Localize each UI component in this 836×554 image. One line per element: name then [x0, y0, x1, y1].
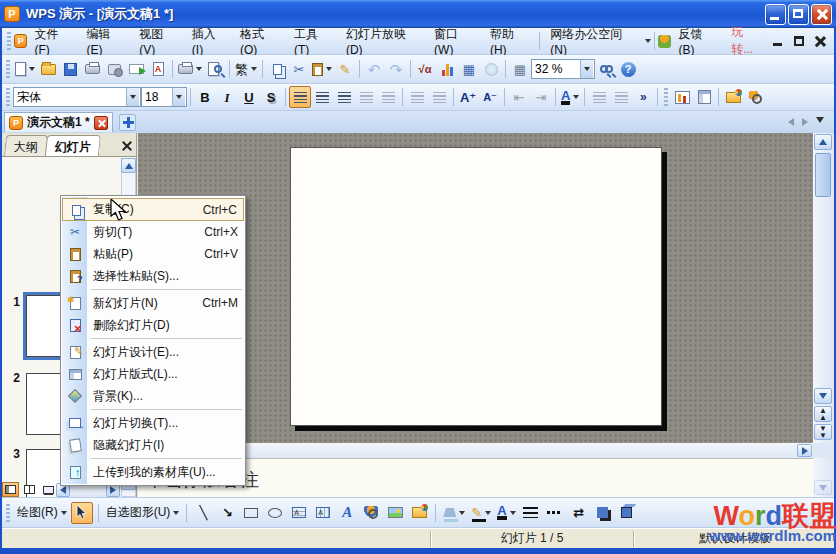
chart-button[interactable]	[436, 58, 458, 80]
line-color-button[interactable]: ✎	[469, 502, 493, 524]
menu-file[interactable]: 文件(F)	[27, 23, 79, 60]
export-pdf-button[interactable]: A	[147, 58, 169, 80]
menu-tools[interactable]: 工具(T)	[287, 23, 339, 60]
material-library-button[interactable]	[722, 86, 744, 108]
zoom-combo[interactable]	[531, 59, 595, 79]
tab-list-button[interactable]	[816, 117, 824, 127]
increase-indent-button[interactable]: ⇥	[530, 86, 552, 108]
toolbar-grip[interactable]	[664, 88, 668, 106]
align-center-button[interactable]	[311, 86, 333, 108]
underline-button[interactable]: U	[238, 86, 260, 108]
menu-item-copy[interactable]: 复制(C) Ctrl+C	[62, 198, 244, 221]
font-color-button[interactable]: A	[559, 86, 581, 108]
menu-item-paste-special[interactable]: ? 选择性粘贴(S)...	[62, 265, 244, 287]
menu-item-slide-transition[interactable]: → 幻灯片切换(T)...	[62, 412, 244, 434]
bullet-list-button[interactable]	[428, 86, 450, 108]
tab-close-button[interactable]	[94, 116, 108, 130]
table-button[interactable]: ▦	[458, 58, 480, 80]
font-size-dropdown[interactable]	[172, 88, 185, 106]
find-button[interactable]	[595, 58, 617, 80]
insert-clipart-button[interactable]	[408, 502, 430, 524]
vertical-textbox-button[interactable]: A	[312, 502, 334, 524]
main-scroll-right-button[interactable]	[797, 444, 812, 457]
slide-layout-task-button[interactable]	[693, 86, 715, 108]
menu-format[interactable]: 格式(O)	[233, 23, 287, 60]
cut-button[interactable]: ✂	[288, 58, 310, 80]
formula-button[interactable]: √α	[414, 58, 436, 80]
format-painter-button[interactable]: ✎	[334, 58, 356, 80]
promote-button[interactable]	[588, 86, 610, 108]
menu-item-hide-slide[interactable]: 隐藏幻灯片(I)	[62, 434, 244, 456]
font-size-combo[interactable]	[141, 87, 187, 107]
zoom-dropdown[interactable]	[580, 60, 593, 78]
doc-restore-button[interactable]	[792, 35, 807, 48]
redo-button[interactable]: ↷	[385, 58, 407, 80]
zoom-input[interactable]	[532, 61, 580, 77]
print-button[interactable]	[176, 58, 204, 80]
panel-close-button[interactable]	[121, 140, 133, 152]
slide-design-task-button[interactable]	[671, 86, 693, 108]
menu-item-cut[interactable]: ✂ 剪切(T) Ctrl+X	[62, 221, 244, 243]
chevron-down-icon[interactable]	[645, 39, 651, 43]
menu-edit[interactable]: 编辑(E)	[79, 23, 132, 60]
new-tab-button[interactable]	[119, 114, 136, 131]
textbox-button[interactable]: A	[288, 502, 310, 524]
tab-scroll-left-button[interactable]	[788, 118, 794, 126]
close-button[interactable]	[811, 4, 832, 25]
undo-button[interactable]: ↶	[363, 58, 385, 80]
menu-slideshow[interactable]: 幻灯片放映(D)	[339, 23, 427, 60]
normal-view-button[interactable]	[2, 482, 19, 497]
justify-button[interactable]	[355, 86, 377, 108]
next-slide-button[interactable]: ▼▼	[814, 424, 832, 440]
italic-button[interactable]: I	[216, 86, 238, 108]
insert-picture-button[interactable]	[384, 502, 406, 524]
print-preview-button[interactable]	[204, 58, 226, 80]
previous-slide-button[interactable]: ▲▲	[814, 406, 832, 422]
slide-sorter-view-button[interactable]	[21, 482, 38, 497]
toolbar-overflow-button[interactable]: »	[632, 86, 654, 108]
menu-window[interactable]: 窗口(W)	[427, 23, 483, 60]
new-button[interactable]	[13, 58, 37, 80]
toolbar-grip[interactable]	[6, 88, 10, 106]
select-objects-button[interactable]	[71, 502, 93, 524]
main-scroll-thumb[interactable]	[815, 153, 831, 197]
line-style-button[interactable]	[520, 502, 542, 524]
font-dropdown[interactable]	[126, 88, 139, 106]
main-scroll-down-button[interactable]	[814, 388, 832, 404]
oval-tool-button[interactable]	[264, 502, 286, 524]
increase-font-button[interactable]: A⁺	[457, 86, 479, 108]
menu-item-upload-material[interactable]: ↑ 上传到我的素材库(U)...	[62, 461, 244, 483]
shadow-style-button[interactable]	[592, 502, 614, 524]
font-combo[interactable]	[13, 87, 141, 107]
wordart-button[interactable]: A	[336, 502, 358, 524]
align-right-button[interactable]	[333, 86, 355, 108]
dash-style-button[interactable]	[544, 502, 566, 524]
draw-font-color-button[interactable]: A	[495, 502, 517, 524]
font-size-input[interactable]	[142, 89, 172, 105]
menu-help[interactable]: 帮助(H)	[483, 23, 536, 60]
menu-item-slide-layout[interactable]: 幻灯片版式(L)...	[62, 363, 244, 385]
menu-item-new-slide[interactable]: ✱ 新幻灯片(N) Ctrl+M	[62, 292, 244, 314]
menu-item-background[interactable]: 背景(K)...	[62, 385, 244, 407]
toolbar-grip[interactable]	[6, 504, 10, 522]
document-tab[interactable]: P 演示文稿1 *	[4, 112, 113, 132]
send-mail-button[interactable]	[125, 58, 147, 80]
help-button[interactable]: ?	[617, 58, 639, 80]
font-name-input[interactable]	[14, 89, 126, 105]
slideshow-view-button[interactable]	[40, 482, 57, 497]
menu-network-office[interactable]: 网络办公空间(N)	[543, 23, 643, 60]
open-button[interactable]	[37, 58, 59, 80]
paste-button[interactable]	[310, 58, 334, 80]
insert-diagram-button[interactable]	[360, 502, 382, 524]
doc-minimize-button[interactable]	[771, 35, 786, 48]
numbered-list-button[interactable]	[406, 86, 428, 108]
tab-scroll-right-button[interactable]	[802, 118, 808, 126]
panel-scroll-up-button[interactable]	[121, 158, 136, 173]
package-button[interactable]	[103, 58, 125, 80]
draw-menu-button[interactable]: 绘图(R)	[15, 502, 69, 524]
save-as-button[interactable]	[81, 58, 103, 80]
toolbar-grip[interactable]	[7, 32, 11, 50]
search-person-button[interactable]	[744, 86, 766, 108]
hyperlink-button[interactable]	[480, 58, 502, 80]
menu-insert[interactable]: 插入(I)	[185, 23, 233, 60]
